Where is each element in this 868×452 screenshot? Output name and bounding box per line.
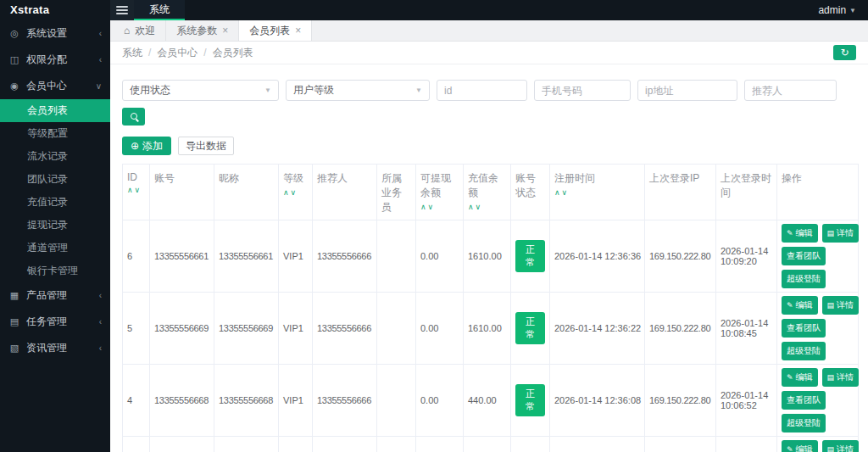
- column-label: 等级: [283, 171, 308, 186]
- search-icon: [131, 113, 137, 120]
- search-button[interactable]: [122, 108, 145, 126]
- cell-operations: ✎编辑▤详情查看团队超级登陆: [777, 437, 859, 452]
- sidebar-item-settings[interactable]: ◎系统设置‹: [0, 20, 110, 47]
- column-header-referrer: 推荐人: [313, 165, 377, 220]
- column-label: 操作: [782, 171, 854, 186]
- breadcrumb-item[interactable]: 会员中心: [157, 47, 198, 59]
- row-actions: ✎编辑▤详情查看团队超级登陆: [782, 440, 854, 452]
- table-row: 61335555666113355556661VIP1133555566660.…: [123, 220, 859, 293]
- close-tab-icon[interactable]: ×: [222, 25, 228, 36]
- user-name: admin: [818, 4, 846, 16]
- action-label: 超级登陆: [787, 345, 821, 357]
- sidebar-subitem-level-config[interactable]: 等级配置: [0, 122, 110, 145]
- edit-button[interactable]: ✎编辑: [782, 296, 818, 315]
- cell-reg-time: 2026-01-14 11:21:25: [550, 437, 645, 452]
- chevron-left-icon: ‹: [99, 55, 102, 64]
- view-team-button[interactable]: 查看团队: [782, 319, 826, 338]
- member-center-icon: ◉: [8, 81, 20, 92]
- detail-button[interactable]: ▤详情: [822, 368, 860, 387]
- sort-icons[interactable]: ∧∨: [468, 203, 506, 211]
- sidebar-subitem-channel-mgmt[interactable]: 通道管理: [0, 237, 110, 259]
- cell-nickname: 13355552222: [214, 437, 279, 452]
- ip-input[interactable]: [637, 80, 737, 101]
- detail-button[interactable]: ▤详情: [822, 224, 860, 243]
- sidebar-item-permissions[interactable]: ◫权限分配‹: [0, 47, 110, 73]
- sidebar-item-label: 产品管理: [26, 288, 93, 303]
- table-toolbar: ⊕ 添加 导出数据: [122, 137, 856, 155]
- sidebar-item-news[interactable]: ▧资讯管理‹: [0, 335, 110, 361]
- sidebar-subitem-withdraw-records[interactable]: 提现记录: [0, 214, 110, 237]
- super-login-button[interactable]: 超级登陆: [782, 270, 826, 288]
- detail-icon: ▤: [827, 446, 835, 452]
- column-header-id[interactable]: ID∧∨: [123, 165, 150, 220]
- tab-system-params[interactable]: 系统参数×: [166, 20, 239, 41]
- column-header-last_time: 上次登录时间: [716, 165, 777, 220]
- sidebar-subitem-team-records[interactable]: 团队记录: [0, 168, 110, 191]
- sidebar-subitem-member-list[interactable]: 会员列表: [0, 99, 110, 122]
- sidebar-subitem-flow-records[interactable]: 流水记录: [0, 145, 110, 168]
- add-button[interactable]: ⊕ 添加: [122, 137, 171, 155]
- level-select[interactable]: 用户等级▼: [286, 80, 430, 101]
- export-button[interactable]: 导出数据: [178, 137, 234, 155]
- table-body: 61335555666113355556661VIP1133555566660.…: [123, 220, 859, 452]
- breadcrumb-item[interactable]: 会员列表: [213, 47, 253, 59]
- view-team-button[interactable]: 查看团队: [782, 391, 826, 410]
- edit-button[interactable]: ✎编辑: [782, 368, 818, 387]
- detail-button[interactable]: ▤详情: [822, 296, 860, 315]
- table-row: 41335555666813355556668VIP1133555566660.…: [123, 365, 859, 437]
- row-actions: ✎编辑▤详情查看团队超级登陆: [782, 224, 854, 288]
- id-input[interactable]: [437, 80, 527, 101]
- column-label: 账号: [154, 171, 209, 186]
- super-login-button[interactable]: 超级登陆: [782, 414, 826, 432]
- sort-icons[interactable]: ∧∨: [554, 188, 640, 197]
- view-team-button[interactable]: 查看团队: [782, 247, 826, 265]
- sort-icons[interactable]: ∧∨: [420, 203, 459, 211]
- column-label: 账号状态: [515, 171, 545, 200]
- cell-salesman: [377, 220, 416, 293]
- sort-icons[interactable]: ∧∨: [283, 188, 308, 197]
- column-header-recharge[interactable]: 充值余额∧∨: [464, 165, 511, 220]
- action-label: 编辑: [796, 444, 813, 452]
- sidebar-subitem-bankcard-mgmt[interactable]: 银行卡管理: [0, 259, 110, 282]
- cell-status: 正常: [511, 437, 550, 452]
- cell-last-ip: 169.150.222.80: [645, 220, 716, 293]
- sort-icons[interactable]: ∧∨: [127, 186, 145, 194]
- tab-member-list[interactable]: 会员列表×: [239, 20, 312, 41]
- action-label: 详情: [837, 444, 854, 452]
- edit-button[interactable]: ✎编辑: [782, 440, 818, 452]
- cell-withdrawable: 0.00: [416, 220, 464, 293]
- products-icon: ▦: [8, 290, 20, 301]
- sidebar-item-member-center[interactable]: ◉会员中心∨: [0, 73, 110, 99]
- filter-row: 使用状态▼用户等级▼: [122, 80, 856, 101]
- refresh-button[interactable]: ↻: [833, 45, 856, 60]
- page-content: 使用状态▼用户等级▼ ⊕ 添加 导出数据 ID∧∨账号昵称等级∧∨推荐人所属业务…: [110, 64, 868, 452]
- edit-button[interactable]: ✎编辑: [782, 224, 818, 243]
- tab-label: 欢迎: [135, 24, 155, 38]
- sidebar-item-products[interactable]: ▦产品管理‹: [0, 282, 110, 309]
- breadcrumb-item[interactable]: 系统: [122, 47, 142, 59]
- chevron-down-icon: ▼: [849, 7, 856, 14]
- column-label: 推荐人: [317, 171, 372, 186]
- super-login-button[interactable]: 超级登陆: [782, 342, 826, 360]
- detail-button[interactable]: ▤详情: [822, 440, 860, 452]
- sidebar-subitem-recharge-records[interactable]: 充值记录: [0, 191, 110, 214]
- permissions-icon: ◫: [8, 54, 20, 65]
- referrer-input[interactable]: [744, 80, 837, 101]
- action-label: 查看团队: [787, 250, 821, 262]
- column-header-withdrawable[interactable]: 可提现余额∧∨: [416, 165, 464, 220]
- tab-welcome[interactable]: ⌂欢迎: [114, 20, 166, 41]
- topbar-tab-system[interactable]: 系统: [134, 0, 185, 20]
- column-header-reg_time[interactable]: 注册时间∧∨: [550, 165, 645, 220]
- row-actions-line: 查看团队: [782, 391, 826, 410]
- status-select[interactable]: 使用状态▼: [122, 80, 279, 101]
- hamburger-menu-icon[interactable]: [110, 0, 134, 20]
- column-header-level[interactable]: 等级∧∨: [279, 165, 313, 220]
- chevron-left-icon: ‹: [99, 291, 102, 300]
- cell-withdrawable: 0.00: [416, 437, 464, 452]
- close-tab-icon[interactable]: ×: [295, 25, 301, 36]
- sidebar-item-label: 任务管理: [26, 315, 93, 329]
- phone-input[interactable]: [534, 80, 631, 101]
- user-menu[interactable]: admin ▼: [818, 4, 868, 16]
- column-label: 可提现余额: [420, 171, 459, 200]
- sidebar-item-tasks[interactable]: ▤任务管理‹: [0, 309, 110, 335]
